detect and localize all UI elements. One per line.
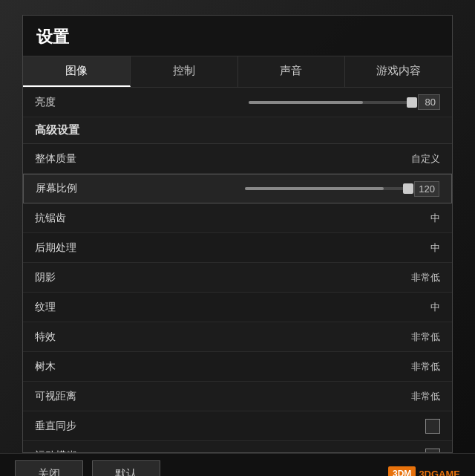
motion-blur-label: 运动模糊 (35, 449, 109, 453)
brightness-row: 亮度 80 (23, 88, 452, 117)
watermark-text: 3DGAME (419, 469, 460, 477)
tab-image[interactable]: 图像 (23, 56, 131, 87)
overall-quality-label: 整体质量 (35, 152, 109, 166)
view-distance-value: 非常低 (411, 390, 440, 403)
anti-aliasing-value: 中 (430, 212, 440, 225)
brightness-slider-thumb[interactable] (407, 97, 417, 108)
aspect-ratio-slider-thumb[interactable] (403, 183, 413, 194)
foliage-row: 树木 非常低 (23, 352, 452, 382)
default-button[interactable]: 默认 (92, 460, 160, 477)
aspect-ratio-label: 屏幕比例 (36, 182, 110, 195)
post-processing-value: 中 (430, 241, 440, 255)
vsync-label: 垂直同步 (35, 420, 109, 433)
shadows-value: 非常低 (411, 271, 440, 284)
post-processing-label: 后期处理 (35, 241, 109, 255)
brightness-slider-track[interactable] (249, 101, 412, 104)
tab-sound[interactable]: 声音 (238, 56, 346, 87)
aspect-ratio-slider-fill (245, 187, 384, 190)
tab-game-content[interactable]: 游戏内容 (345, 56, 452, 87)
aspect-ratio-value: 120 (414, 181, 439, 197)
anti-aliasing-label: 抗锯齿 (35, 212, 109, 225)
bottom-bar: 关闭 默认 3DM 3DGAME (0, 453, 475, 476)
effects-row: 特效 非常低 (23, 322, 452, 352)
anti-aliasing-row: 抗锯齿 中 (23, 203, 452, 233)
advanced-section-title: 高级设置 (23, 117, 452, 144)
shadows-row: 阴影 非常低 (23, 263, 452, 293)
aspect-ratio-slider-container[interactable]: 120 (245, 181, 439, 197)
settings-content[interactable]: 亮度 80 高级设置 整体质量 自定义 屏幕比例 (23, 88, 452, 452)
textures-value: 中 (430, 301, 440, 314)
overall-quality-value: 自定义 (411, 152, 440, 166)
brightness-slider-fill (249, 101, 363, 104)
post-processing-row: 后期处理 中 (23, 233, 452, 263)
motion-blur-checkbox[interactable] (425, 449, 440, 453)
foliage-value: 非常低 (411, 360, 440, 374)
view-distance-label: 可视距离 (35, 390, 109, 403)
vsync-row: 垂直同步 (23, 411, 452, 441)
aspect-ratio-slider-track[interactable] (245, 187, 408, 190)
aspect-ratio-row: 屏幕比例 120 (23, 174, 452, 203)
brightness-value: 80 (418, 94, 440, 110)
textures-row: 纹理 中 (23, 293, 452, 322)
motion-blur-row: 运动模糊 (23, 441, 452, 452)
overall-quality-row: 整体质量 自定义 (23, 144, 452, 174)
watermark: 3DM 3DGAME (388, 466, 460, 476)
textures-label: 纹理 (35, 301, 109, 314)
brightness-slider-container[interactable]: 80 (249, 94, 440, 110)
brightness-label: 亮度 (35, 96, 109, 109)
tabs-bar: 图像 控制 声音 游戏内容 (23, 56, 452, 88)
panel-title: 设置 (23, 16, 452, 56)
foliage-label: 树木 (35, 360, 109, 374)
vsync-checkbox[interactable] (425, 419, 440, 434)
close-button[interactable]: 关闭 (15, 460, 83, 477)
tab-control[interactable]: 控制 (131, 56, 238, 87)
effects-label: 特效 (35, 330, 109, 344)
view-distance-row: 可视距离 非常低 (23, 382, 452, 411)
settings-panel: 设置 图像 控制 声音 游戏内容 亮度 80 高级设置 整体质量 自定义 (22, 15, 453, 453)
effects-value: 非常低 (411, 330, 440, 344)
watermark-logo: 3DM (388, 466, 416, 476)
shadows-label: 阴影 (35, 271, 109, 284)
